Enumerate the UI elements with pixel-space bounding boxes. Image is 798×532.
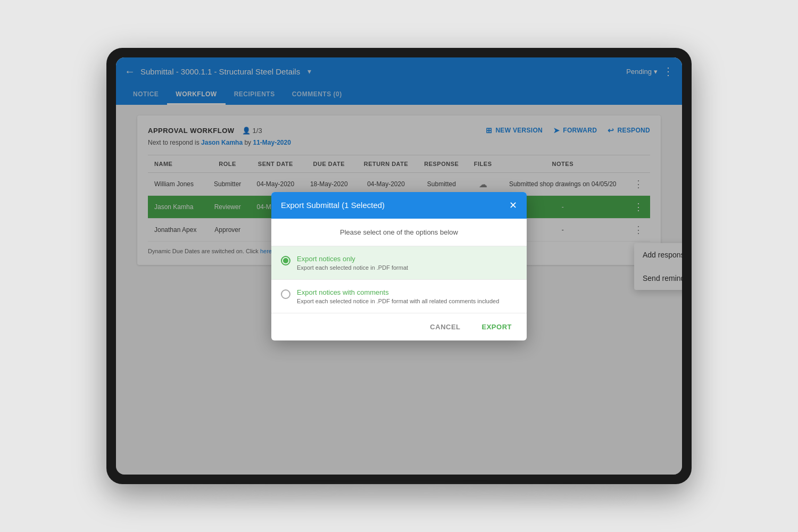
dialog-subtitle: Please select one of the options below	[271, 219, 527, 246]
dialog-overlay: Export Submittal (1 Selected) ✕ Please s…	[116, 57, 682, 475]
export-button[interactable]: EXPORT	[477, 320, 517, 334]
option-content-with-comments: Export notices with comments Export each…	[297, 288, 499, 304]
dialog-close-button[interactable]: ✕	[509, 200, 517, 211]
export-dialog: Export Submittal (1 Selected) ✕ Please s…	[271, 192, 527, 340]
option-content-notices-only: Export notices only Export each selected…	[297, 255, 408, 271]
option-label-notices-only: Export notices only	[297, 255, 408, 263]
dialog-title: Export Submittal (1 Selected)	[281, 201, 385, 210]
dialog-header: Export Submittal (1 Selected) ✕	[271, 192, 527, 219]
tablet-frame: ← Submittal - 3000.1.1 - Structural Stee…	[106, 48, 692, 484]
export-option-with-comments[interactable]: Export notices with comments Export each…	[271, 280, 527, 313]
radio-notices-only[interactable]	[281, 256, 290, 265]
option-desc-with-comments: Export each selected notice in .PDF form…	[297, 298, 499, 304]
option-label-with-comments: Export notices with comments	[297, 288, 499, 296]
cancel-button[interactable]: CANCEL	[425, 320, 466, 334]
export-option-notices-only[interactable]: Export notices only Export each selected…	[271, 246, 527, 280]
dialog-footer: CANCEL EXPORT	[271, 313, 527, 340]
option-desc-notices-only: Export each selected notice in .PDF form…	[297, 264, 408, 271]
tablet-screen: ← Submittal - 3000.1.1 - Structural Stee…	[116, 57, 682, 475]
radio-with-comments[interactable]	[281, 289, 290, 299]
